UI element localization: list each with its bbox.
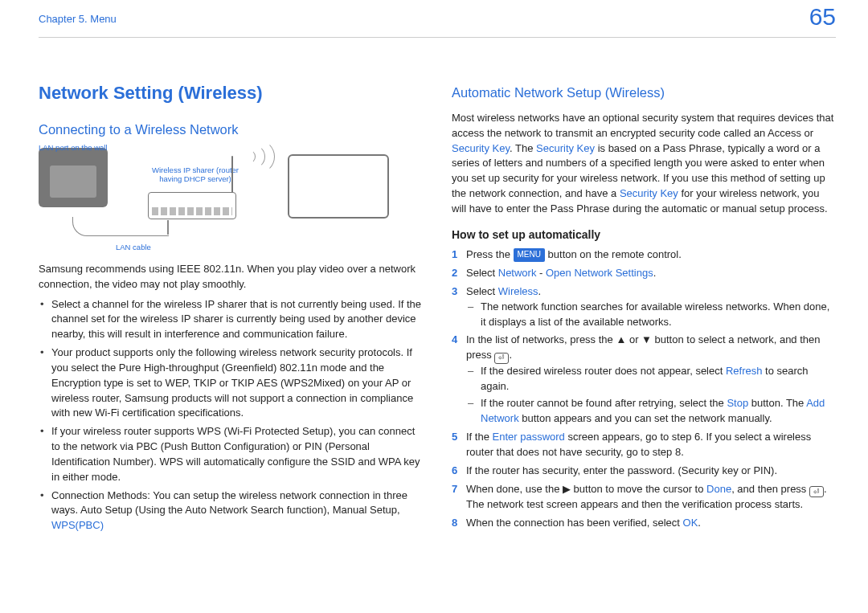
term-stop: Stop (727, 397, 748, 409)
bullet-item: Select a channel for the wireless IP sha… (50, 297, 423, 343)
network-diagram: LAN port on the wall LAN cable Wireless … (39, 148, 408, 252)
enter-icon: ⏎ (494, 353, 509, 364)
left-column: Network Setting (Wireless) Connecting to… (39, 80, 423, 537)
term-wireless: Wireless (498, 285, 538, 297)
step-7: 7 When done, use the ▶ button to move th… (452, 482, 836, 513)
step-4: 4 In the list of networks, press the ▲ o… (452, 333, 836, 427)
bullet-item: If your wireless router supports WPS (Wi… (50, 424, 423, 484)
step-3: 3 Select Wireless. The network function … (452, 284, 836, 330)
lan-cable-icon (72, 217, 169, 236)
intro-paragraph: Samsung recommends using IEEE 802.11n. W… (39, 262, 423, 292)
enter-icon: ⏎ (809, 486, 824, 497)
term-open-network-settings: Open Network Settings (546, 267, 653, 279)
menu-button-icon: MENU (514, 248, 545, 262)
antenna-icon (231, 156, 233, 193)
step-5: 5 If the Enter password screen appears, … (452, 430, 836, 460)
subsection-connecting: Connecting to a Wireless Network (39, 121, 423, 140)
page-number: 65 (809, 3, 836, 31)
step-1: 1 Press the MENU button on the remote co… (452, 247, 836, 263)
lan-cable-icon-2 (167, 220, 169, 235)
tv-front-icon (288, 154, 389, 219)
term-security-key: Security Key (536, 142, 595, 154)
step-8: 8 When the connection has been verified,… (452, 516, 836, 531)
term-security-key: Security Key (620, 187, 678, 199)
label-lan-cable: LAN cable (116, 243, 151, 251)
step-2: 2 Select Network - Open Network Settings… (452, 266, 836, 281)
term-security-key: Security Key (452, 142, 510, 154)
tv-back-icon (39, 148, 108, 207)
section-title: Network Setting (Wireless) (39, 80, 423, 106)
bullet-item: Connection Methods: You can setup the wi… (50, 488, 423, 534)
step-4-sub2: If the router cannot be found after retr… (477, 396, 836, 427)
wifi-arc-icon (241, 140, 275, 174)
wps-pbc-link[interactable]: WPS(PBC) (51, 519, 104, 531)
router-icon (148, 192, 236, 219)
term-done: Done (706, 483, 731, 495)
auto-intro-paragraph: Most wireless networks have an optional … (452, 111, 836, 217)
term-enter-password: Enter password (493, 431, 565, 443)
chapter-header: Chapter 5. Menu (39, 13, 117, 25)
term-ok: OK (683, 517, 698, 529)
step-3-sub: The network function searches for availa… (477, 300, 836, 330)
right-column: Automatic Network Setup (Wireless) Most … (452, 80, 836, 537)
term-refresh: Refresh (726, 365, 763, 377)
bullet-item: Your product supports only the following… (50, 345, 423, 421)
step-6: 6 If the router has security, enter the … (452, 464, 836, 479)
subsection-auto-setup: Automatic Network Setup (Wireless) (452, 84, 836, 103)
label-lan-port: LAN port on the wall (39, 143, 111, 152)
step-4-sub1: If the desired wireless router does not … (477, 364, 836, 394)
header-rule (39, 37, 836, 38)
term-network: Network (498, 267, 537, 279)
howto-heading: How to set up automatically (452, 227, 836, 243)
label-sharer: Wireless IP sharer (router having DHCP s… (151, 166, 240, 184)
